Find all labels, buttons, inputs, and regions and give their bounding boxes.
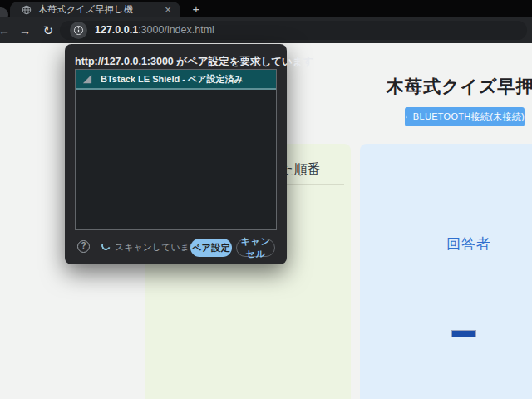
address-bar[interactable]: 127.0.0.1:3000/index.html (60, 21, 527, 40)
answerer-panel: 回答者 (360, 144, 532, 399)
forward-button[interactable]: → (17, 23, 32, 38)
bluetooth-button-label: BLUETOOTH接続(未接続) (413, 111, 525, 123)
tab-strip: 木苺式クイズ早押し機 × + (0, 0, 532, 17)
scanning-spinner-icon (100, 239, 111, 251)
bluetooth-icon (405, 111, 408, 122)
cancel-button[interactable]: キャンセル (236, 239, 275, 257)
globe-favicon-icon (22, 5, 32, 15)
back-button[interactable]: ← (0, 23, 12, 38)
tab-title: 木苺式クイズ早押し機 (38, 3, 162, 16)
device-list[interactable]: BTstack LE Shield - ペア設定済み (75, 69, 277, 230)
browser-toolbar: ← → ↻ 127.0.0.1:3000/index.html (0, 17, 532, 43)
signal-strength-icon (82, 74, 92, 84)
page-title: 木苺式クイズ早押し機 (387, 75, 532, 98)
info-icon (73, 25, 84, 36)
reload-button[interactable]: ↻ (41, 23, 56, 38)
help-icon[interactable]: ? (77, 240, 90, 253)
answerer-label: 回答者 (446, 234, 491, 254)
device-row-selected[interactable]: BTstack LE Shield - ペア設定済み (76, 70, 276, 90)
url-path: :3000/index.html (138, 24, 214, 36)
bluetooth-connect-button[interactable]: BLUETOOTH接続(未接続) (405, 107, 525, 126)
new-tab-button[interactable]: + (188, 1, 204, 17)
site-info-button[interactable] (70, 22, 87, 39)
device-name: BTstack LE Shield - ペア設定済み (101, 73, 244, 86)
answer-marker (451, 330, 476, 337)
url-text: 127.0.0.1:3000/index.html (95, 21, 214, 40)
browser-tab[interactable]: 木苺式クイズ早押し機 × (10, 2, 180, 17)
dialog-title: http://127.0.0.1:3000 がペア設定を要求しています (75, 55, 313, 69)
url-host: 127.0.0.1 (95, 24, 138, 36)
pair-button[interactable]: ペア設定 (190, 239, 232, 257)
tab-close-icon[interactable]: × (162, 4, 174, 15)
browser-window: 木苺式クイズ早押し機 × + ← → ↻ 127.0.0.1:3000/inde… (0, 0, 532, 399)
bluetooth-pair-dialog: http://127.0.0.1:3000 がペア設定を要求しています BTst… (65, 44, 287, 264)
